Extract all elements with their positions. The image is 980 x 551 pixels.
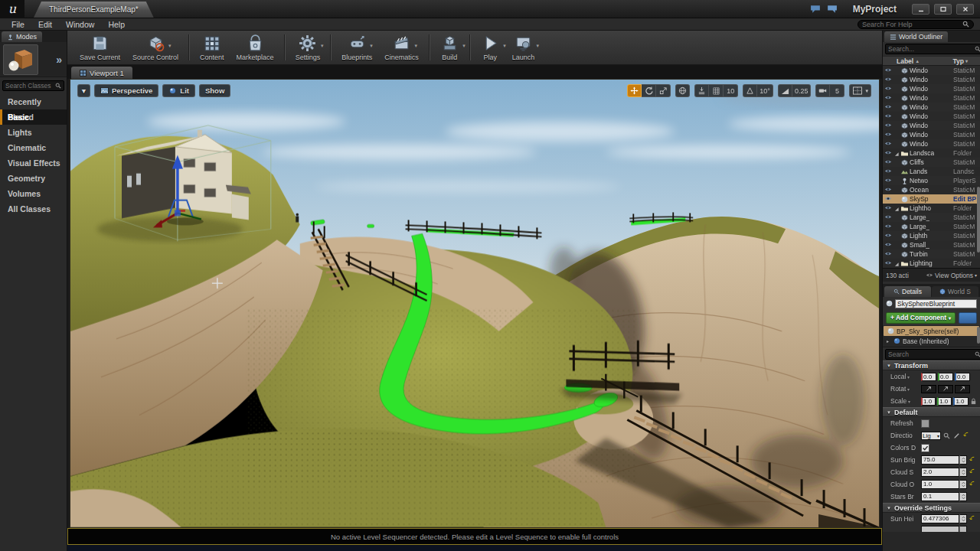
axis-z-field[interactable]: 0.0 bbox=[955, 373, 970, 381]
outliner-row-windo[interactable]: WindoStaticM bbox=[883, 84, 980, 93]
spinner-icon[interactable] bbox=[959, 455, 967, 465]
dropdown-caret-icon[interactable]: ▾ bbox=[906, 387, 910, 392]
outliner-row-windo[interactable]: WindoStaticM bbox=[883, 66, 980, 75]
show-menu-button[interactable]: Show bbox=[199, 84, 230, 97]
visibility-eye-icon[interactable] bbox=[884, 232, 893, 240]
edit-blueprint-button[interactable] bbox=[959, 312, 977, 324]
outliner-row-windo[interactable]: WindoStaticM bbox=[883, 75, 980, 84]
dropdown-caret-icon[interactable]: ▾ bbox=[503, 43, 506, 49]
modes-expand-chevrons-icon[interactable]: » bbox=[56, 54, 64, 66]
translate-tool-button[interactable] bbox=[627, 84, 642, 97]
mode-category-cinematic[interactable]: Cinematic bbox=[0, 140, 67, 155]
rotation-field[interactable] bbox=[955, 385, 970, 393]
tab-modes[interactable]: Modes bbox=[2, 31, 42, 42]
mode-category-volumes[interactable]: Volumes bbox=[0, 186, 67, 201]
number-field-stars-br[interactable]: 0.1 bbox=[921, 492, 967, 501]
axis-y-field[interactable]: 0.0 bbox=[938, 373, 953, 381]
axis-x-field[interactable]: 1.0 bbox=[921, 397, 936, 406]
menu-help[interactable]: Help bbox=[101, 20, 132, 29]
actor-name-field[interactable] bbox=[895, 299, 977, 308]
toolbar-blueprints-button[interactable]: ▾Blueprints bbox=[335, 31, 378, 64]
toolbar-cinematics-button[interactable]: ▾Cinematics bbox=[378, 31, 425, 64]
tab-viewport-1[interactable]: Viewport 1 bbox=[71, 67, 132, 79]
axis-y-field[interactable]: 1.0 bbox=[937, 397, 952, 406]
help-search-input[interactable] bbox=[862, 21, 960, 28]
visibility-eye-icon[interactable] bbox=[884, 177, 893, 184]
camera-speed-value[interactable]: 5 bbox=[830, 84, 844, 97]
outliner-row-small[interactable]: Small_StaticM bbox=[883, 240, 980, 249]
outliner-search-input[interactable] bbox=[888, 45, 973, 53]
reset-to-default-icon[interactable] bbox=[969, 481, 976, 489]
section-header-override-settings[interactable]: ▼Override Settings bbox=[883, 503, 980, 513]
dropdown-caret-icon[interactable]: ▾ bbox=[370, 43, 373, 49]
visibility-eye-icon[interactable] bbox=[884, 112, 893, 120]
visibility-eye-icon[interactable] bbox=[884, 131, 893, 139]
mode-category-visual-effects[interactable]: Visual Effects bbox=[0, 155, 67, 171]
viewport[interactable]: ▾ Perspective Lit Show bbox=[70, 79, 880, 528]
toolbar-source-control-button[interactable]: ▾Source Control bbox=[126, 31, 185, 64]
world-local-toggle-button[interactable] bbox=[675, 84, 690, 97]
outliner-row-turbin[interactable]: TurbinStaticM bbox=[883, 249, 980, 259]
grid-snap-button[interactable] bbox=[709, 84, 724, 97]
surface-snap-button[interactable] bbox=[694, 84, 709, 97]
feedback-bubble-icon[interactable] bbox=[810, 5, 822, 14]
details-search-box[interactable] bbox=[885, 349, 980, 360]
outliner-row-windo[interactable]: WindoStaticM bbox=[883, 121, 980, 130]
close-button[interactable] bbox=[956, 4, 974, 15]
visibility-eye-icon[interactable] bbox=[884, 195, 893, 203]
reset-to-default-icon[interactable] bbox=[969, 515, 976, 523]
checkbox-refresh[interactable] bbox=[921, 419, 929, 428]
number-field-sun-brig[interactable]: 75.0 bbox=[921, 455, 967, 465]
edit-blueprint-link[interactable]: Edit BP bbox=[953, 195, 978, 203]
rotation-snap-button[interactable] bbox=[743, 84, 757, 97]
outliner-row-windo[interactable]: WindoStaticM bbox=[883, 130, 980, 139]
visibility-eye-icon[interactable] bbox=[884, 168, 893, 175]
visibility-eye-icon[interactable] bbox=[884, 67, 893, 74]
mode-category-lights[interactable]: Lights bbox=[0, 125, 67, 140]
place-mode-button[interactable] bbox=[3, 44, 38, 75]
outliner-row-large[interactable]: Large_StaticM bbox=[883, 222, 980, 231]
number-field-cloud-s[interactable]: 2.0 bbox=[921, 468, 967, 477]
spinner-icon[interactable] bbox=[959, 492, 967, 501]
visibility-eye-icon[interactable] bbox=[884, 250, 893, 258]
visibility-eye-icon[interactable] bbox=[884, 103, 893, 111]
toolbar-play-button[interactable]: ▾Play bbox=[475, 31, 506, 64]
reset-to-default-icon[interactable] bbox=[969, 468, 976, 477]
toolbar-settings-button[interactable]: ▾Settings bbox=[289, 31, 327, 64]
spinner-icon[interactable] bbox=[959, 480, 967, 489]
mode-category-geometry[interactable]: Geometry bbox=[0, 171, 67, 186]
community-bubble-icon[interactable] bbox=[826, 5, 838, 14]
restore-button[interactable] bbox=[934, 4, 952, 15]
add-component-button[interactable]: + Add Component▾ bbox=[886, 312, 956, 324]
viewport-options-button[interactable]: ▾ bbox=[77, 84, 90, 97]
outliner-scrollbar[interactable] bbox=[977, 187, 980, 253]
reset-to-default-icon[interactable] bbox=[963, 432, 970, 440]
rotation-field[interactable] bbox=[921, 385, 936, 393]
menu-window[interactable]: Window bbox=[59, 20, 101, 29]
expander-arrow-icon[interactable]: ◢ bbox=[895, 261, 900, 266]
view-options-button[interactable]: View Options ▾ bbox=[926, 272, 977, 279]
outliner-row-lands[interactable]: LandsLandsc bbox=[883, 167, 980, 176]
viewport-scene[interactable] bbox=[70, 80, 879, 527]
outliner-row-lighth[interactable]: LighthStaticM bbox=[883, 231, 980, 240]
outliner-row-windo[interactable]: WindoStaticM bbox=[883, 139, 980, 148]
axis-x-field[interactable]: 0.0 bbox=[921, 373, 936, 381]
tab-world-s[interactable]: World S bbox=[932, 286, 978, 297]
minimize-button[interactable] bbox=[912, 4, 929, 15]
component-scrollbar[interactable] bbox=[977, 327, 980, 344]
component-row-base-inherited[interactable]: ▸Base (Inherited) bbox=[883, 336, 980, 346]
camera-speed-button[interactable] bbox=[815, 84, 830, 97]
grid-snap-size[interactable]: 10 bbox=[724, 84, 738, 97]
character-actor[interactable] bbox=[296, 214, 299, 223]
column-type[interactable]: Typ bbox=[953, 57, 964, 65]
visibility-eye-icon[interactable] bbox=[884, 149, 893, 157]
visibility-eye-icon[interactable] bbox=[884, 241, 893, 249]
rotation-snap-size[interactable]: 10° bbox=[757, 84, 773, 97]
help-search-box[interactable] bbox=[858, 20, 974, 29]
section-header-transform[interactable]: ▼Transform bbox=[883, 360, 980, 370]
expander-arrow-icon[interactable]: ◢ bbox=[895, 206, 900, 211]
visibility-eye-icon[interactable] bbox=[884, 259, 893, 267]
rotate-tool-button[interactable] bbox=[642, 84, 656, 97]
outliner-row-windo[interactable]: WindoStaticM bbox=[883, 112, 980, 121]
dropdown-caret-icon[interactable]: ▾ bbox=[321, 43, 324, 49]
